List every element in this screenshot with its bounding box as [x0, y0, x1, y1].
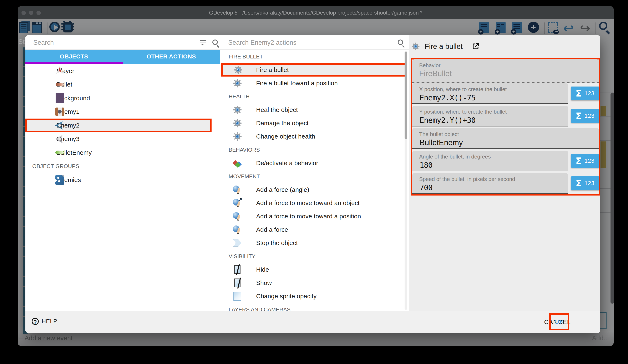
ok-button[interactable]: OK [549, 313, 569, 330]
undo-icon: ↩ [563, 21, 574, 35]
search-icon [398, 40, 403, 45]
expression-editor-button[interactable]: Σ 123 [571, 154, 599, 168]
add-comment-icon [512, 22, 522, 33]
section-movement: MOVEMENT [220, 170, 409, 183]
sigma-icon: Σ [576, 178, 582, 188]
action-fire-a-bullet-selected[interactable]: Fire a bullet [221, 63, 406, 76]
actions-scrollbar[interactable] [404, 51, 407, 310]
gear-icon [233, 105, 242, 115]
open-in-new-icon[interactable] [471, 42, 480, 51]
gear-icon [234, 65, 243, 75]
enemy3-ship-icon [55, 135, 65, 143]
object-row-enemy3[interactable]: Enemy3 [25, 132, 220, 146]
project-manager-icon [19, 22, 28, 33]
force-toward-object-icon: ↗ [233, 198, 242, 208]
section-health: HEALTH [220, 90, 409, 103]
choose-action-dialog: OBJECTS OTHER ACTIONS Player Bullet Back… [25, 35, 600, 333]
objects-search-input[interactable] [33, 37, 169, 48]
action-add-force[interactable]: Add a force [220, 223, 409, 236]
param-speed-field[interactable]: Speed of the bullet, in pixels per secon… [412, 173, 568, 194]
event-action-block [601, 141, 606, 168]
param-angle-field[interactable]: Angle of the bullet, in degrees [412, 151, 568, 171]
filter-icon[interactable] [200, 40, 206, 45]
expression-editor-button[interactable]: Σ 123 [571, 176, 599, 190]
action-heal-object[interactable]: Heal the object [220, 103, 409, 117]
help-icon: ? [32, 318, 39, 325]
param-speed-label: Speed of the bullet, in pixels per secon… [419, 176, 515, 182]
player-ship-icon [55, 66, 65, 76]
events-row-divider [600, 69, 614, 69]
force-icon [233, 185, 242, 194]
actions-search-input[interactable] [228, 37, 360, 48]
sigma-icon: Σ [576, 88, 582, 99]
gear-icon [411, 42, 420, 51]
scrollbar-thumb[interactable] [404, 52, 407, 139]
toolbar-separator [47, 22, 48, 34]
action-config-panel: Fire a bullet Behavior FireBullet X posi… [409, 35, 600, 311]
add-subevent-icon [496, 22, 506, 33]
behavior-icon [233, 159, 242, 168]
action-change-object-health[interactable]: Change object health [220, 130, 409, 143]
param-y-input[interactable] [419, 116, 551, 124]
action-stop-object[interactable]: Stop the object [220, 236, 409, 250]
action-hide[interactable]: Hide [220, 263, 409, 276]
force-icon [233, 212, 242, 221]
param-speed-input[interactable] [419, 183, 551, 192]
window-title: GDevelop 5 - /Users/dkarakay/Documents/G… [18, 6, 614, 19]
action-fire-bullet-toward-position[interactable]: Fire a bullet toward a position [220, 76, 409, 90]
window-bottom-shade [18, 331, 614, 346]
expression-editor-button[interactable]: Σ 123 [571, 109, 599, 123]
objects-list: Player Bullet Background Enemy1 Enemy2 [25, 64, 220, 187]
toolbar-separator [544, 22, 545, 34]
objects-search-row [25, 35, 220, 50]
param-x-label: X position, where to create the bullet [419, 86, 507, 93]
dialog-footer: ? HELP CANCEL OK [25, 311, 600, 333]
param-y-field[interactable]: Y position, where to create the bullet [412, 106, 568, 126]
tab-other-actions[interactable]: OTHER ACTIONS [123, 50, 220, 64]
action-damage-object[interactable]: Damage the object [220, 117, 409, 130]
add-event-icon [479, 22, 489, 33]
play-icon [49, 22, 60, 32]
tab-objects[interactable]: OBJECTS [25, 50, 123, 64]
sigma-icon: Σ [576, 156, 582, 166]
param-bullet-object-field[interactable]: The bullet object [412, 128, 599, 149]
action-add-force-angle[interactable]: Add a force (angle) [220, 183, 409, 196]
delete-selection-icon [548, 22, 558, 33]
expression-editor-button[interactable]: Σ 123 [571, 87, 599, 100]
param-x-field[interactable]: X position, where to create the bullet [412, 83, 568, 104]
param-x-input[interactable] [419, 93, 551, 102]
hide-icon [234, 265, 240, 274]
action-title: Fire a bullet [425, 42, 463, 51]
param-angle-input[interactable] [419, 161, 551, 170]
param-y-label: Y position, where to create the bullet [419, 109, 507, 115]
help-button[interactable]: ? HELP [30, 318, 59, 325]
object-row-bulletenemy[interactable]: BulletEnemy [25, 146, 220, 160]
action-deactivate-behavior[interactable]: De/activate a behavior [220, 156, 409, 170]
behavior-label: Behavior [419, 62, 441, 69]
actions-search-row [220, 35, 409, 50]
debug-icon [63, 22, 73, 32]
object-row-enemy2-selected[interactable]: Enemy2 [25, 119, 212, 132]
object-row-background[interactable]: Background [25, 91, 220, 105]
action-add-force-toward-object[interactable]: ↗ Add a force to move toward an object [220, 196, 409, 210]
actions-list: FIRE BULLET Fire a bullet Fire a bullet … [220, 50, 409, 316]
search-events-icon [599, 22, 607, 30]
gear-icon [233, 78, 242, 88]
behavior-value: FireBullet [419, 69, 578, 78]
group-row-enemies[interactable]: Enemies [25, 173, 220, 187]
scene-editor-icon [32, 22, 42, 33]
events-scrollbar [611, 93, 614, 304]
show-icon [234, 279, 240, 287]
action-change-sprite-opacity[interactable]: Change sprite opacity [220, 290, 409, 303]
search-icon [212, 40, 218, 45]
action-show[interactable]: Show [220, 276, 409, 290]
param-bullet-input[interactable] [419, 138, 578, 147]
event-action-block [601, 106, 606, 116]
action-add-force-toward-position[interactable]: Add a force to move toward a position [220, 210, 409, 223]
object-row-player[interactable]: Player [25, 64, 220, 78]
object-row-enemy1[interactable]: Enemy1 [25, 105, 220, 119]
gear-icon [233, 132, 242, 141]
enemy2-ship-icon [55, 121, 65, 129]
object-groups-header: OBJECT GROUPS [25, 160, 220, 173]
object-row-bullet[interactable]: Bullet [25, 78, 220, 92]
